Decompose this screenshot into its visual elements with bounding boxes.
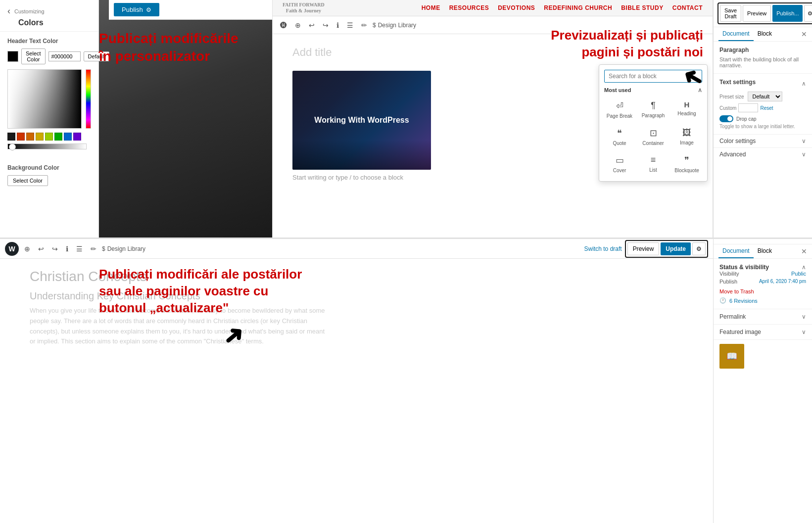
design-library-button-2[interactable]: $ Design Library	[102, 245, 145, 252]
block-tab-bottom[interactable]: Block	[754, 244, 776, 258]
top-bar-buttons: Save Draft Preview Publish... ⚙	[714, 0, 812, 27]
list-view-toolbar[interactable]: ☰	[344, 19, 356, 31]
center-left-area: Publish ⚙	[99, 0, 272, 238]
block-item-image[interactable]: 🖼 Image	[671, 125, 702, 149]
publish-button-panel[interactable]: Publish...	[772, 5, 803, 22]
wordpress-editor-bottom: W ⊕ ↩ ↪ ℹ ☰ ✏ $ Design Library Switch to…	[0, 239, 713, 523]
document-tab-top[interactable]: Document	[718, 27, 754, 41]
nav-link-contact[interactable]: Contact	[672, 4, 703, 11]
chevron-up-status-icon: ∧	[802, 264, 806, 271]
block-search-input[interactable]	[604, 70, 702, 83]
reset-button[interactable]: Reset	[760, 105, 773, 111]
add-block-toolbar[interactable]: ⊕	[292, 19, 303, 31]
publish-bar: Publish ⚙	[109, 0, 272, 20]
color-swatch-8[interactable]	[73, 133, 81, 141]
nav-link-home[interactable]: Home	[422, 4, 440, 11]
block-section-title: Most used ∧	[604, 87, 702, 94]
bottom-panel-top-bar	[714, 239, 812, 244]
nav-link-devotions[interactable]: Devotions	[498, 4, 535, 11]
preset-size-label: Preset size	[719, 94, 744, 99]
block-label-quote: Quote	[613, 141, 626, 146]
preset-size-select[interactable]: Default	[748, 92, 782, 101]
nav-link-bible[interactable]: Bible Study	[621, 4, 664, 11]
color-swatch-4[interactable]	[36, 133, 44, 141]
color-swatch-5[interactable]	[45, 133, 53, 141]
color-swatch-1[interactable]	[7, 133, 15, 141]
featured-thumbnail: 📖	[719, 344, 744, 369]
update-button[interactable]: Update	[661, 242, 691, 255]
visibility-row: Visibility Public	[719, 271, 806, 277]
post-title-input[interactable]: Add title	[292, 44, 693, 61]
color-gradient-box[interactable]	[7, 69, 82, 129]
color-swatch-7[interactable]	[64, 133, 72, 141]
visibility-value[interactable]: Public	[791, 271, 806, 277]
wp-logo-button[interactable]: W	[5, 242, 19, 256]
block-item-quote[interactable]: ❝ Quote	[604, 125, 635, 149]
brightness-slider[interactable]	[7, 143, 87, 149]
settings-gear-button-top[interactable]: ⚙	[804, 5, 812, 22]
block-item-list[interactable]: ≡ List	[638, 152, 669, 176]
add-block-toolbar-2[interactable]: ⊕	[22, 243, 33, 255]
post-body-text: When you give your life to Jesus and bec…	[30, 306, 327, 347]
info-toolbar[interactable]: ℹ	[334, 19, 341, 31]
revisions-row: 🕐 6 Revisions	[719, 297, 806, 304]
undo-toolbar[interactable]: ↩	[306, 19, 317, 31]
doc-block-tabs-bottom: Document Block ✕	[714, 244, 812, 259]
settings-gear-button-bottom[interactable]: ⚙	[692, 242, 706, 255]
close-panel-button-top[interactable]: ✕	[801, 27, 807, 41]
save-draft-button[interactable]: Save Draft	[720, 5, 741, 22]
image-icon: 🖼	[682, 128, 691, 138]
document-tab-bottom[interactable]: Document	[718, 244, 754, 258]
text-settings-section: Text settings ∧ Preset size Default Cust…	[714, 74, 812, 135]
text-settings-header: Text settings ∧	[719, 79, 806, 89]
post-subtitle: Understanding Key Christian Concepts	[30, 290, 683, 302]
color-swatch	[7, 51, 18, 62]
preview-button-bottom[interactable]: Preview	[627, 242, 660, 255]
page-break-icon: ⏎	[616, 100, 623, 111]
redo-toolbar[interactable]: ↪	[320, 19, 331, 31]
nav-link-redefining[interactable]: Redefining Church	[544, 4, 612, 11]
back-arrow-icon[interactable]: ‹	[7, 6, 10, 16]
color-settings-row: Color settings ∨	[714, 135, 812, 148]
color-swatch-3[interactable]	[26, 133, 34, 141]
publish-date-value[interactable]: April 6, 2020 7:40 pm	[759, 279, 806, 285]
color-hex-input[interactable]	[48, 51, 81, 61]
nav-links: Home Resources Devotions Redefining Chur…	[422, 4, 703, 11]
block-item-heading[interactable]: H Heading	[671, 97, 702, 122]
customizer-title: Colors	[7, 18, 91, 27]
default-button[interactable]: Default	[84, 51, 110, 61]
preset-row: Preset size Default	[719, 92, 806, 101]
block-item-page-break[interactable]: ⏎ Page Break	[604, 97, 635, 122]
block-label-heading: Heading	[677, 111, 696, 116]
bg-select-color-button[interactable]: Select Color	[7, 175, 48, 186]
select-color-button[interactable]: Select Color	[21, 48, 46, 64]
undo-toolbar-2[interactable]: ↩	[36, 243, 47, 255]
switch-to-draft-button[interactable]: Switch to draft	[584, 245, 622, 252]
revisions-link[interactable]: 6 Revisions	[729, 298, 758, 304]
publish-button-top[interactable]: Publish ⚙	[114, 3, 159, 16]
block-item-container[interactable]: ⊡ Container	[638, 125, 669, 149]
site-nav: FAITH FORWARD Faith & Journey Home Resou…	[273, 0, 713, 16]
block-item-cover[interactable]: ▭ Cover	[604, 152, 635, 176]
pencil-toolbar-2[interactable]: ✏	[88, 243, 99, 255]
hue-slider[interactable]	[86, 69, 91, 129]
block-tab-top[interactable]: Block	[754, 27, 776, 41]
design-library-button[interactable]: $ Design Library	[373, 22, 416, 29]
block-item-paragraph[interactable]: ¶ Paragraph	[638, 97, 669, 122]
redo-toolbar-2[interactable]: ↪	[49, 243, 60, 255]
move-to-trash-link[interactable]: Move to Trash	[719, 288, 754, 294]
block-inserter-popup: Most used ∧ ⏎ Page Break ¶ Paragraph	[599, 64, 708, 182]
color-swatch-2[interactable]	[17, 133, 25, 141]
close-panel-button-bottom[interactable]: ✕	[801, 244, 807, 258]
custom-size-input[interactable]	[738, 103, 758, 112]
chevron-down-advanced-icon: ∨	[802, 151, 806, 158]
color-swatch-6[interactable]	[54, 133, 62, 141]
preview-button-top[interactable]: Preview	[743, 5, 771, 22]
pencil-toolbar[interactable]: ✏	[359, 19, 370, 31]
block-item-blockquote[interactable]: ❞ Blockquote	[671, 152, 702, 176]
list-view-toolbar-2[interactable]: ☰	[74, 243, 85, 255]
drop-cap-toggle[interactable]	[719, 115, 733, 122]
info-toolbar-2[interactable]: ℹ	[63, 243, 71, 255]
nav-link-resources[interactable]: Resources	[449, 4, 489, 11]
wp-logo-toolbar[interactable]: 🅦	[278, 19, 289, 31]
